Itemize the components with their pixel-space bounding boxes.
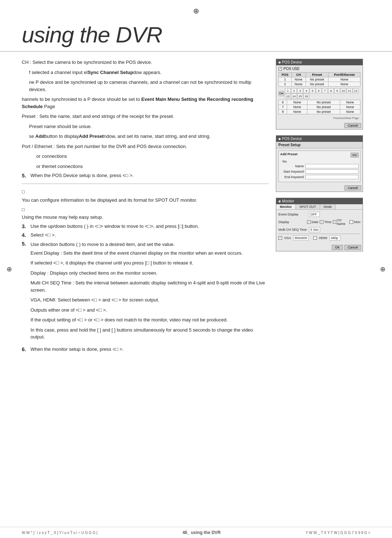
- end-kw-input[interactable]: [305, 175, 359, 179]
- table-row: 7NoneNo presetNone: [279, 105, 360, 110]
- monitor-divider: [278, 234, 360, 234]
- ch-cell-5[interactable]: 5: [310, 88, 315, 93]
- pos-table-after: 6NoneNo presetNone 7NoneNo presetNone 8N…: [278, 100, 360, 114]
- mon-label: Mon: [354, 220, 360, 224]
- ch-para: CH : Select the camera to be synchronize…: [22, 59, 269, 66]
- multi-ch-row: Multi CH SEQ Time 5 Sec: [278, 227, 360, 232]
- schedule-page: Page: [44, 104, 55, 109]
- time-label: Time: [324, 220, 331, 224]
- tab-spot-out[interactable]: SPOT OUT: [296, 204, 320, 209]
- footer-page-num: 46_ using the DVR: [183, 530, 221, 535]
- vga-val[interactable]: 800x600: [293, 235, 309, 241]
- note-para: Using the mouse may help easy setup.: [22, 214, 269, 221]
- ch-cell-8[interactable]: 8: [328, 88, 334, 93]
- tab-mode[interactable]: Mode: [320, 204, 336, 209]
- pos-col-pos: POS: [279, 73, 292, 77]
- page-wrapper: ⊕ ⊕ ⊕ using the DVR CH : Select the came…: [0, 0, 392, 538]
- schedule-bold: Schedule: [22, 104, 43, 109]
- add-pre: se: [29, 134, 35, 139]
- if-selected-para: If selected <□ >, it displays the channe…: [30, 259, 269, 267]
- if-output-para: If the output setting of <□ > or <□ > do…: [30, 316, 269, 324]
- start-kw-input[interactable]: [305, 169, 359, 174]
- pos-cancel-button[interactable]: Cancel: [344, 123, 361, 128]
- ch-cell-1[interactable]: 1: [285, 88, 291, 93]
- add-mid: button to display: [45, 134, 79, 139]
- start-kw-row: Start Keyword: [280, 169, 359, 174]
- multi-ch-para: Multi CH SEQ Time : Sets the interval be…: [30, 279, 269, 293]
- title-text: using the DVR: [22, 22, 162, 47]
- monitor-cancel-button[interactable]: Cancel: [344, 245, 361, 250]
- hdmi-val[interactable]: 480p: [330, 235, 340, 241]
- ch-cell-9[interactable]: 9: [334, 88, 340, 93]
- pos-col-port: Port/Ethernet: [328, 73, 360, 77]
- step-5-monitor: 5. Use direction buttons ( ) to move to …: [22, 241, 269, 344]
- left-column: CH : Select the camera to be synchronize…: [22, 59, 269, 355]
- section2-heading-box: □: [22, 189, 25, 194]
- pos-dialog-buttons: Cancel: [276, 122, 363, 129]
- main-menu-bold: Main Menu Setting the Recording: [155, 96, 230, 102]
- time-checkbox[interactable]: [320, 220, 323, 224]
- pos-use-label: POS USE: [283, 67, 299, 71]
- right-column: ■ POS Device ✓ POS USE POS CH Preset Por…: [276, 59, 370, 355]
- ch-header-cell: CH: [278, 91, 284, 96]
- step-4-text: Select <□ >.: [30, 232, 56, 238]
- ch-cell-2[interactable]: 2: [291, 88, 297, 93]
- table-row: 2 None No preset None: [279, 82, 360, 87]
- no-label: No.: [280, 159, 359, 164]
- chname-checkbox[interactable]: [333, 220, 336, 224]
- ch-cell-14[interactable]: 14: [291, 94, 297, 99]
- add-preset-title: Add Preset: [280, 152, 298, 156]
- add-post: ndow, and set its name, start string, an…: [104, 134, 211, 139]
- ch-cell-13[interactable]: 13: [285, 94, 291, 99]
- crosshair-left-icon: ⊕: [7, 265, 12, 273]
- display-check-chname: CH Name: [333, 218, 348, 226]
- display-check-date: Date: [307, 220, 318, 224]
- event-display-label: Event Display: [278, 213, 307, 216]
- display-check-mon: Mon: [350, 220, 360, 224]
- pos-use-row: ✓ POS USE: [278, 67, 360, 71]
- ch-cell-3[interactable]: 3: [297, 88, 303, 93]
- ch-cell-6[interactable]: 6: [316, 88, 322, 93]
- preset-cancel-button[interactable]: Cancel: [344, 185, 361, 190]
- ch-cell-10[interactable]: 10: [340, 88, 346, 93]
- multi-ch-val[interactable]: 5 Sec: [309, 227, 320, 232]
- pos-col-preset: Preset: [306, 73, 328, 77]
- ch-cell-11[interactable]: 11: [347, 88, 352, 93]
- preset-setup-label: Preset Setup: [276, 142, 363, 148]
- preset-desc: Preset : Sets the name, start and end st…: [22, 113, 269, 120]
- monitor-dialog-buttons: OK Cancel: [276, 244, 363, 251]
- step-6: 6. When the monitor setup is done, press…: [22, 346, 269, 352]
- monitor-ok-button[interactable]: OK: [332, 245, 343, 250]
- vga-checkbox[interactable]: [278, 236, 282, 240]
- ch-cell-7[interactable]: 7: [322, 88, 328, 93]
- event-display-val[interactable]: OFF: [309, 212, 320, 217]
- ch-cell-4[interactable]: 4: [303, 88, 309, 93]
- step-3: 3. Use the up/down buttons ( ) in <□> wi…: [22, 223, 269, 229]
- mon-checkbox[interactable]: [350, 220, 353, 224]
- pos-use-checkbox[interactable]: ✓: [278, 67, 282, 71]
- recording-bold: recording: [232, 96, 253, 102]
- preset-note: Preset name should be uniue.: [29, 123, 269, 130]
- monitor-dialog-icon: ■: [278, 199, 281, 203]
- add-preset-box: Add Preset Del No. Name Start Keyword En…: [278, 151, 360, 182]
- section2-heading: □: [22, 189, 269, 194]
- end-kw-row: End Keyword: [280, 175, 359, 179]
- sync-para: f selected a channel input elSync Channe…: [29, 69, 269, 76]
- step-3-text: Use the up/down buttons ( ) in <□> windo…: [30, 223, 199, 229]
- ch-cell-12[interactable]: 12: [353, 88, 359, 93]
- event-bold: Event: [141, 96, 154, 102]
- ch-cell-16[interactable]: 16: [303, 94, 309, 99]
- ch-cell-15[interactable]: 15: [297, 94, 303, 99]
- preset-dialog-title: POS Device: [282, 137, 302, 141]
- vga-hdmi-para: VGA, HDMI: Select between <□ > and <□ > …: [30, 296, 269, 304]
- tab-monitor[interactable]: Monitor: [276, 204, 296, 209]
- channel-grid-wrapper: CH 1 2 3 4 5 6 7 8 9 10 11: [278, 88, 360, 99]
- date-checkbox[interactable]: [307, 220, 311, 224]
- step-3-num: 3.: [22, 223, 28, 229]
- display-label: Display: [278, 220, 306, 224]
- name-input[interactable]: [305, 164, 359, 168]
- port-para: Port / Ethernet : Sets the port number f…: [22, 143, 269, 150]
- hannels-pre: hannels to be synchronied to a P device …: [22, 96, 140, 102]
- hdmi-checkbox[interactable]: [313, 236, 317, 240]
- del-button[interactable]: Del: [351, 153, 359, 157]
